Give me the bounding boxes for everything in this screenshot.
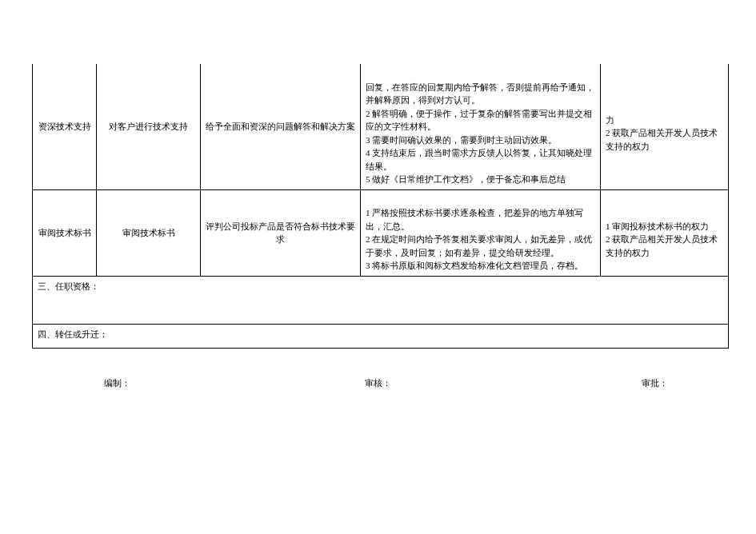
review-label: 审核： [365,377,391,389]
cell-category: 审阅技术标书 [33,189,97,276]
cell-text: 审阅技术标书 [122,228,175,237]
section-title: 三、任职资格： [38,281,99,291]
section-qualification-row: 三、任职资格： [33,276,729,324]
prepare-label: 编制： [104,377,130,389]
cell-details: 回复，在答应的回复期内给予解答，否则提前再给予通知，并解释原因，得到对方认可。 … [361,64,601,189]
section-transfer-cell: 四、转任或升迁： [33,324,729,348]
section-qualification-cell: 三、任职资格： [33,276,729,324]
cell-rights: 1 审阅投标技术标书的权力 2 获取产品相关开发人员技术支持的权力 [601,189,729,276]
cell-text: 对客户进行技术支持 [109,122,188,131]
cell-text: 给予全面和资深的问题解答和解决方案 [206,122,355,131]
table-row: 审阅技术标书 审阅技术标书 评判公司投标产品是否符合标书技术要求 1 严格按照技… [33,189,729,276]
cell-subcategory: 审阅技术标书 [97,189,201,276]
signature-row: 编制： 审核： 审批： [32,377,728,389]
cell-rights: 力 2 获取产品相关开发人员技术支持的权力 [601,64,729,189]
cell-text: 1 严格按照技术标书要求逐条检查，把差异的地方单独写出，汇总。 2 在规定时间内… [366,208,592,270]
cell-category: 资深技术支持 [33,64,97,189]
cell-text: 力 2 获取产品相关开发人员技术支持的权力 [606,115,718,151]
table-row: 资深技术支持 对客户进行技术支持 给予全面和资深的问题解答和解决方案 回复，在答… [33,64,729,189]
cell-text: 资深技术支持 [38,122,91,131]
approve-label: 审批： [642,377,668,389]
cell-text: 回复，在答应的回复期内给予解答，否则提前再给予通知，并解释原因，得到对方认可。 … [366,82,594,185]
cell-text: 审阅技术标书 [38,228,91,237]
cell-text: 1 审阅投标技术标书的权力 2 获取产品相关开发人员技术支持的权力 [606,221,718,257]
cell-details: 1 严格按照技术标书要求逐条检查，把差异的地方单独写出，汇总。 2 在规定时间内… [361,189,601,276]
job-description-table: 资深技术支持 对客户进行技术支持 给予全面和资深的问题解答和解决方案 回复，在答… [32,64,729,349]
section-title: 四、转任或升迁： [38,329,108,339]
cell-text: 评判公司投标产品是否符合标书技术要求 [206,221,355,245]
cell-summary: 评判公司投标产品是否符合标书技术要求 [201,189,361,276]
cell-summary: 给予全面和资深的问题解答和解决方案 [201,64,361,189]
section-transfer-row: 四、转任或升迁： [33,324,729,348]
cell-subcategory: 对客户进行技术支持 [97,64,201,189]
